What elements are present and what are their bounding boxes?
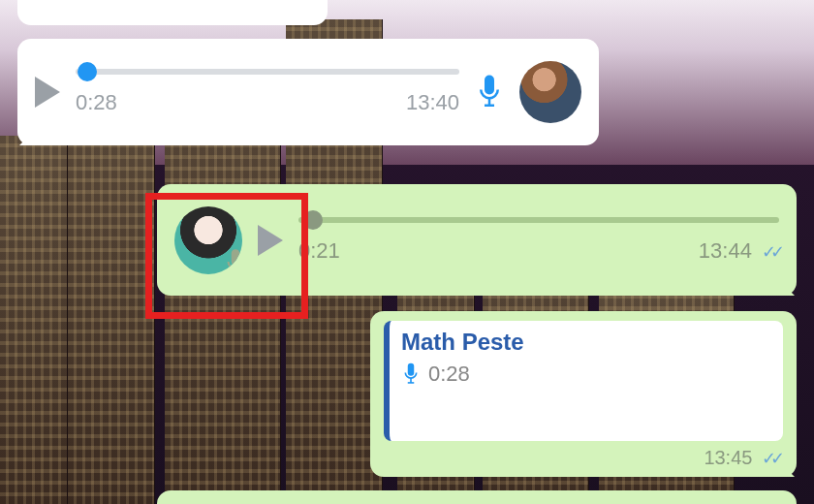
quoted-duration: 0:28 xyxy=(428,362,470,387)
partial-bubble-bottom xyxy=(157,490,797,504)
audio-track[interactable]: 0:28 13:40 xyxy=(76,69,459,115)
duration-label: 0:28 xyxy=(76,90,117,115)
track-line xyxy=(298,217,779,223)
svg-rect-0 xyxy=(485,76,494,95)
track-line xyxy=(76,69,459,75)
own-avatar[interactable] xyxy=(174,206,242,274)
outgoing-reply-message[interactable]: Math Peste 0:28 13:45 ✓✓ xyxy=(370,311,797,477)
play-icon[interactable] xyxy=(258,225,283,256)
read-receipt-icon: ✓✓ xyxy=(762,449,779,468)
svg-rect-6 xyxy=(408,363,415,376)
audio-track[interactable]: 0:21 13:44 ✓✓ xyxy=(298,217,779,264)
microphone-icon xyxy=(223,247,242,274)
track-times: 0:28 13:40 xyxy=(76,90,459,115)
timestamp-label: 13:40 xyxy=(406,90,459,115)
timestamp-label: 13:45 xyxy=(704,447,752,468)
quoted-content: 0:28 xyxy=(401,362,771,387)
incoming-voice-message[interactable]: 0:28 13:40 xyxy=(17,39,599,145)
quoted-message[interactable]: Math Peste 0:28 xyxy=(384,321,783,441)
timestamp-row: 13:45 ✓✓ xyxy=(384,447,783,469)
outgoing-voice-message[interactable]: 0:21 13:44 ✓✓ xyxy=(157,184,797,296)
timestamp-row: 13:44 ✓✓ xyxy=(699,238,779,264)
quoted-sender-name: Math Peste xyxy=(401,329,771,356)
microphone-icon xyxy=(475,73,504,111)
duration-label: 0:21 xyxy=(298,238,340,264)
svg-rect-3 xyxy=(232,249,240,266)
chat-container: 0:28 13:40 0:21 xyxy=(0,0,814,504)
partial-bubble-top xyxy=(17,0,328,25)
read-receipt-icon: ✓✓ xyxy=(762,242,779,262)
track-times: 0:21 13:44 ✓✓ xyxy=(298,238,779,264)
play-icon[interactable] xyxy=(35,77,60,108)
track-playhead[interactable] xyxy=(78,62,97,81)
microphone-icon xyxy=(401,362,421,387)
timestamp-label: 13:44 xyxy=(699,238,752,263)
sender-avatar[interactable] xyxy=(519,61,581,123)
track-playhead[interactable] xyxy=(303,210,323,230)
